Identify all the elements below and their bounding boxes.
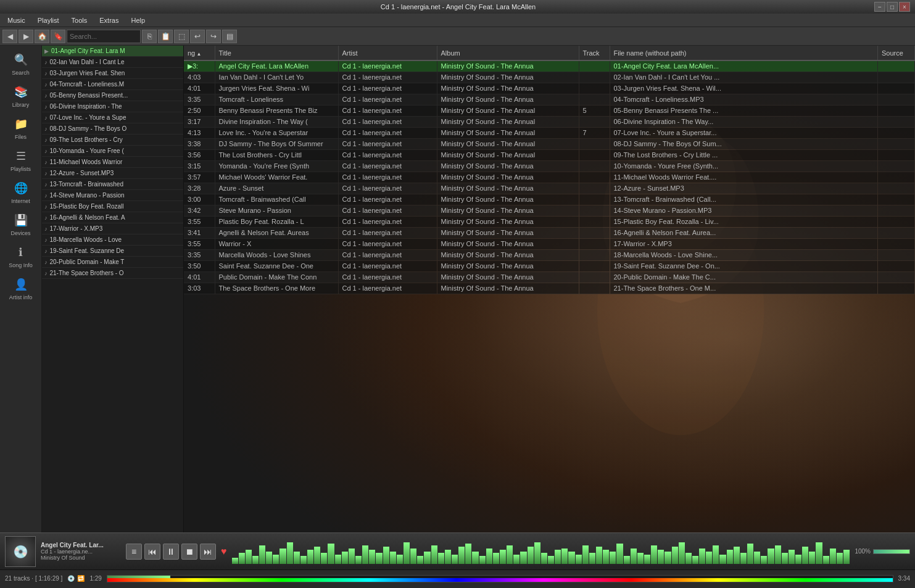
table-row[interactable]: 3:35Tomcraft - LonelinessCd 1 - laenergi…	[184, 94, 915, 105]
now-playing-album: Cd 1 - laenergia.ne...	[41, 549, 121, 555]
tracklist-item[interactable]: ♪02-Ian Van Dahl - I Cant Le	[42, 57, 183, 68]
table-cell: Cd 1 - laenergia.net	[338, 127, 437, 138]
table-row[interactable]: 3:55Warrior - XCd 1 - laenergia.netMinis…	[184, 238, 915, 249]
col-header-source[interactable]: Source	[878, 46, 915, 60]
tracklist-item[interactable]: ♪17-Warrior - X.MP3	[42, 223, 183, 234]
menu-help[interactable]: Help	[126, 15, 150, 25]
tracklist-item[interactable]: ♪04-Tomcraft - Loneliness.M	[42, 79, 183, 90]
visualizer-bar	[809, 552, 815, 564]
sidebar-item-playlists[interactable]: ☰ Playlists	[1, 144, 41, 175]
sidebar-item-files[interactable]: 📁 Files	[1, 112, 41, 143]
minimize-button[interactable]: −	[874, 2, 885, 12]
playlist-button[interactable]: ≡	[126, 544, 142, 560]
col-header-filename[interactable]: File name (without path)	[610, 46, 878, 60]
table-row[interactable]: 3:00Tomcraft - Brainwashed (CallCd 1 - l…	[184, 194, 915, 205]
menu-tools[interactable]: Tools	[67, 15, 93, 25]
col-header-title[interactable]: Title	[215, 46, 338, 60]
table-row[interactable]: 4:01Jurgen Vries Feat. Shena - WiCd 1 - …	[184, 83, 915, 94]
tracklist-item[interactable]: ♪09-The Lost Brothers - Cry	[42, 135, 183, 146]
table-cell	[579, 271, 610, 283]
visualizer-bar	[438, 553, 444, 564]
toolbar-forward[interactable]: ▶	[19, 30, 33, 43]
now-playing-artist: Ministry Of Sound	[41, 555, 121, 561]
tracklist-item[interactable]: ♪20-Public Domain - Make T	[42, 257, 183, 268]
toolbar-undo[interactable]: ↩	[190, 30, 205, 43]
table-row[interactable]: 3:55Plastic Boy Feat. Rozalla - LCd 1 - …	[184, 216, 915, 227]
toolbar-paste[interactable]: 📋	[158, 30, 173, 43]
tracklist-item[interactable]: ♪18-Marcella Woods - Love	[42, 234, 183, 246]
col-header-album[interactable]: Album	[437, 46, 579, 60]
tracklist-item[interactable]: ▶01-Angel City Feat. Lara M	[42, 46, 183, 57]
sidebar-item-artistinfo[interactable]: 👤 Artist info	[1, 273, 41, 304]
menu-playlist[interactable]: Playlist	[33, 15, 64, 25]
sidebar-label-artistinfo: Artist info	[9, 294, 33, 300]
tracklist-item-label: 18-Marcella Woods - Love	[50, 236, 122, 243]
table-cell	[579, 160, 610, 172]
toolbar-extra[interactable]: ▤	[222, 30, 237, 43]
table-row[interactable]: 3:03The Space Brothers - One MoreCd 1 - …	[184, 283, 915, 294]
table-row[interactable]: 3:28Azure - SunsetCd 1 - laenergia.netMi…	[184, 183, 915, 194]
tracklist-item[interactable]: ♪03-Jurgen Vries Feat. Shen	[42, 68, 183, 79]
pause-button[interactable]: ⏸	[163, 544, 179, 560]
table-row[interactable]: 3:35Marcella Woods - Love ShinesCd 1 - l…	[184, 249, 915, 260]
player-bar: 💿 Angel City Feat. Lar... Cd 1 - laenerg…	[0, 532, 915, 569]
tracklist-item[interactable]: ♪13-Tomcraft - Brainwashed	[42, 179, 183, 190]
sidebar-item-songinfo[interactable]: ℹ Song Info	[1, 241, 41, 271]
next-button[interactable]: ⏭	[200, 544, 216, 560]
tracklist-item[interactable]: ♪12-Azure - Sunset.MP3	[42, 168, 183, 179]
toolbar-copy[interactable]: ⎘	[142, 30, 157, 43]
col-header-artist[interactable]: Artist	[338, 46, 437, 60]
table-row[interactable]: 4:13Love Inc. - You're a SuperstarCd 1 -…	[184, 127, 915, 138]
volume-label: 100%	[855, 548, 871, 555]
table-row[interactable]: 3:42Steve Murano - PassionCd 1 - laenerg…	[184, 205, 915, 216]
tracklist-item[interactable]: ♪08-DJ Sammy - The Boys O	[42, 123, 183, 135]
volume-bar[interactable]	[873, 549, 910, 554]
close-button[interactable]: ×	[899, 2, 910, 12]
toolbar-home[interactable]: 🏠	[35, 30, 49, 43]
col-header-track[interactable]: Track	[579, 46, 610, 60]
toolbar-search-input[interactable]	[67, 30, 141, 43]
visualizer-bar	[541, 553, 547, 564]
tracklist-item[interactable]: ♪19-Saint Feat. Suzanne De	[42, 246, 183, 257]
table-row[interactable]: 3:17Divine Inspiration - The Way (Cd 1 -…	[184, 116, 915, 127]
tracklist-item[interactable]: ♪05-Benny Benassi Present...	[42, 90, 183, 101]
tracklist-item[interactable]: ♪10-Yomanda - Youre Free (	[42, 146, 183, 157]
sidebar-item-library[interactable]: 📚 Library	[1, 80, 41, 111]
table-row[interactable]: 3:57Michael Woods' Warrior Feat.Cd 1 - l…	[184, 172, 915, 183]
menu-extras[interactable]: Extras	[94, 15, 123, 25]
time-progress-bar[interactable]	[107, 575, 893, 582]
table-cell: 08-DJ Sammy - The Boys Of Sum...	[610, 138, 878, 149]
tracklist-item[interactable]: ♪14-Steve Murano - Passion	[42, 190, 183, 201]
col-header-length[interactable]: ng	[184, 46, 215, 60]
toolbar-bookmark[interactable]: 🔖	[51, 30, 65, 43]
tracklist-item[interactable]: ♪06-Divine Inspiration - The	[42, 101, 183, 112]
table-row[interactable]: 3:38DJ Sammy - The Boys Of SummerCd 1 - …	[184, 138, 915, 149]
table-row[interactable]: ▶3:Angel City Feat. Lara McAllenCd 1 - l…	[184, 60, 915, 72]
table-row[interactable]: 3:50Saint Feat. Suzanne Dee - OneCd 1 - …	[184, 260, 915, 271]
visualizer-bar	[616, 544, 623, 564]
table-cell: Cd 1 - laenergia.net	[338, 160, 437, 172]
sidebar-item-internet[interactable]: 🌐 Internet	[1, 176, 41, 207]
tracklist-item[interactable]: ♪21-The Space Brothers - O	[42, 268, 183, 279]
toolbar-redo[interactable]: ↪	[206, 30, 221, 43]
toolbar-back[interactable]: ◀	[2, 30, 17, 43]
tracklist-item[interactable]: ♪16-Agnelli & Nelson Feat. A	[42, 212, 183, 223]
toolbar-select[interactable]: ⬚	[174, 30, 189, 43]
heart-button[interactable]: ♥	[221, 546, 227, 557]
menu-music[interactable]: Music	[2, 15, 30, 25]
tracklist-item[interactable]: ♪11-Michael Woods Warrior	[42, 157, 183, 168]
tracklist-item[interactable]: ♪15-Plastic Boy Feat. Rozall	[42, 201, 183, 212]
sidebar-item-devices[interactable]: 💾 Devices	[1, 209, 41, 239]
table-row[interactable]: 2:50Benny Benassi Presents The BizCd 1 -…	[184, 105, 915, 116]
visualizer-bar	[727, 550, 733, 564]
table-row[interactable]: 3:41Agnelli & Nelson Feat. AureasCd 1 - …	[184, 227, 915, 238]
table-row[interactable]: 3:56The Lost Brothers - Cry LittlCd 1 - …	[184, 149, 915, 160]
table-row[interactable]: 3:15Yomanda - You're Free (SynthCd 1 - l…	[184, 160, 915, 172]
prev-button[interactable]: ⏮	[144, 544, 160, 560]
maximize-button[interactable]: □	[887, 2, 898, 12]
sidebar-item-search[interactable]: 🔍 Search	[1, 48, 41, 79]
tracklist-item[interactable]: ♪07-Love Inc. - Youre a Supe	[42, 112, 183, 123]
table-row[interactable]: 4:01Public Domain - Make The ConnCd 1 - …	[184, 271, 915, 283]
stop-button[interactable]: ⏹	[181, 544, 197, 560]
table-row[interactable]: 4:03Ian Van Dahl - I Can't Let YoCd 1 - …	[184, 72, 915, 83]
